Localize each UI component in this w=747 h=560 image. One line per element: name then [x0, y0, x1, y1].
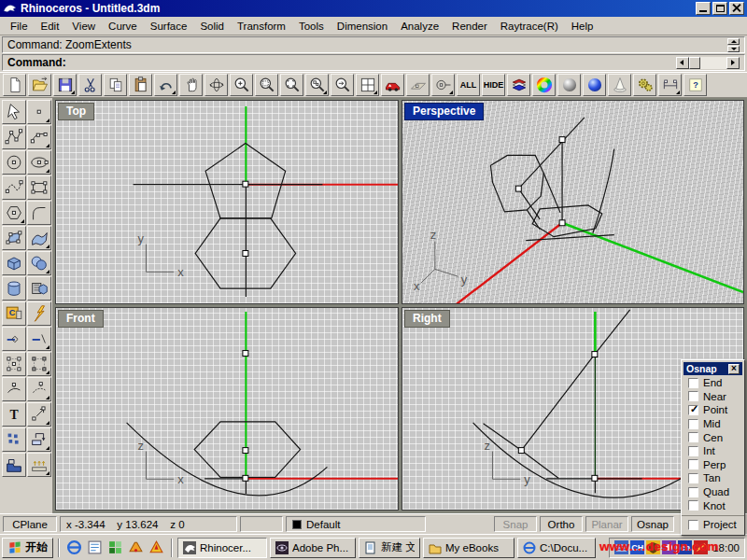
- zoom-all-button[interactable]: ALL: [457, 74, 480, 96]
- osnap-toggle[interactable]: Osnap: [631, 516, 674, 532]
- outlook-button[interactable]: [85, 538, 105, 557]
- fillet-curve-button[interactable]: [27, 201, 51, 225]
- osnap-quad-checkbox[interactable]: [688, 487, 698, 497]
- object-color-button[interactable]: [532, 74, 556, 96]
- close-button[interactable]: [729, 2, 744, 15]
- render-button[interactable]: [381, 74, 404, 96]
- box-button[interactable]: [2, 251, 26, 275]
- osnap-int-checkbox[interactable]: [688, 446, 698, 456]
- command-prompt-row[interactable]: Command:: [2, 54, 745, 71]
- osnap-close-button[interactable]: [728, 364, 740, 374]
- open-file-button[interactable]: [28, 74, 51, 96]
- single-point-button[interactable]: [27, 100, 51, 124]
- menu-item-curve[interactable]: Curve: [102, 19, 144, 34]
- layers-button[interactable]: [507, 74, 530, 96]
- paste-button[interactable]: [129, 74, 152, 96]
- winamp-button[interactable]: [147, 538, 166, 557]
- join-button[interactable]: [2, 453, 26, 477]
- interpolate-curve-button[interactable]: [2, 175, 26, 200]
- help-button[interactable]: ?: [684, 74, 707, 96]
- control-point-curve-button[interactable]: [2, 125, 26, 149]
- ellipse-button[interactable]: [27, 150, 51, 175]
- rotate-view-button[interactable]: [204, 74, 228, 96]
- menu-item-solid[interactable]: Solid: [193, 19, 231, 34]
- render-preview-button[interactable]: [406, 74, 430, 96]
- scroll-right-button[interactable]: [726, 57, 740, 69]
- zoom-extents-button[interactable]: [305, 74, 329, 96]
- menu-item-surface[interactable]: Surface: [144, 19, 194, 34]
- text-button[interactable]: T: [2, 402, 26, 427]
- osnap-panel-titlebar[interactable]: Osnap: [684, 362, 742, 375]
- menu-item-tools[interactable]: Tools: [292, 19, 331, 34]
- menu-item-help[interactable]: Help: [565, 19, 600, 34]
- copy-button[interactable]: [104, 74, 127, 96]
- viewport-perspective[interactable]: z x y Perspective: [402, 100, 744, 304]
- start-button[interactable]: 开始: [2, 538, 53, 558]
- edit-points-button[interactable]: [431, 74, 455, 96]
- menu-item-transform[interactable]: Transform: [231, 19, 292, 34]
- osnap-near-checkbox[interactable]: [688, 391, 698, 401]
- viewport-front[interactable]: z x Front: [55, 307, 399, 511]
- ch-language-tray-icon[interactable]: CH: [630, 540, 644, 554]
- menu-item-file[interactable]: File: [4, 19, 35, 34]
- command-history-row[interactable]: Command: ZoomExtents: [2, 36, 745, 53]
- group-button[interactable]: [2, 427, 26, 452]
- osnap-project-checkbox[interactable]: [688, 520, 698, 530]
- maximize-button[interactable]: [712, 2, 727, 15]
- spotlight-button[interactable]: [608, 74, 631, 96]
- task-photoshop-button[interactable]: Adobe Ph...: [270, 538, 356, 558]
- shaded-view-button[interactable]: [557, 74, 581, 96]
- cylinder-button[interactable]: [2, 276, 26, 301]
- viewport-top[interactable]: y x Top: [55, 100, 399, 304]
- explode-button[interactable]: [27, 301, 51, 326]
- rebuild-curve-button[interactable]: [27, 377, 51, 401]
- new-file-button[interactable]: [3, 74, 26, 96]
- snap-toggle[interactable]: Snap: [494, 516, 537, 532]
- media-player-button[interactable]: [126, 538, 146, 557]
- show-desktop-button[interactable]: [106, 538, 125, 557]
- messenger-tray-icon[interactable]: [662, 540, 676, 554]
- scroll-up-button[interactable]: [727, 38, 740, 45]
- osnap-end-checkbox[interactable]: [688, 378, 698, 388]
- cn-language-tray-icon[interactable]: cn: [678, 540, 692, 554]
- save-file-button[interactable]: [53, 74, 77, 96]
- rectangle-button[interactable]: [27, 175, 51, 200]
- block-button[interactable]: [27, 276, 51, 301]
- zoom-window-button[interactable]: [255, 74, 278, 96]
- ortho-toggle[interactable]: Ortho: [540, 516, 583, 532]
- osnap-tan-checkbox[interactable]: [688, 473, 698, 483]
- points-off-button[interactable]: [27, 352, 51, 376]
- cplane-button[interactable]: CPlane: [3, 516, 57, 532]
- osnap-mid-checkbox[interactable]: [688, 419, 698, 429]
- planar-toggle[interactable]: Planar: [585, 516, 628, 532]
- scrollbar-thumb[interactable]: [689, 57, 700, 69]
- rotate-button[interactable]: [27, 427, 51, 452]
- osnap-knot-checkbox[interactable]: [688, 500, 698, 511]
- layer-pane[interactable]: Default: [286, 516, 426, 532]
- task-rhino-button[interactable]: Rhinocer...: [177, 538, 267, 558]
- points-on-button[interactable]: [2, 352, 26, 376]
- task-ie-button[interactable]: C:\Docu...: [517, 538, 596, 558]
- osnap-cen-checkbox[interactable]: [688, 432, 698, 442]
- viewport-perspective-title[interactable]: Perspective: [404, 103, 484, 120]
- hide-objects-button[interactable]: HIDE: [482, 74, 505, 96]
- menu-item-view[interactable]: View: [65, 19, 102, 34]
- viewport-top-title[interactable]: Top: [58, 103, 94, 120]
- task-folder-button[interactable]: My eBooks: [423, 538, 514, 558]
- scroll-left-button[interactable]: [676, 57, 689, 69]
- menu-item-analyze[interactable]: Analyze: [394, 19, 445, 34]
- sphere-button[interactable]: [27, 251, 51, 275]
- menu-item-dimension[interactable]: Dimension: [331, 19, 394, 34]
- viewport-right-title[interactable]: Right: [404, 310, 450, 328]
- zoom-selected-button[interactable]: [280, 74, 303, 96]
- layer-state-button[interactable]: C: [2, 301, 26, 326]
- options-button[interactable]: [633, 74, 656, 96]
- extrude-button[interactable]: [27, 453, 51, 477]
- dimension-button[interactable]: [658, 74, 682, 96]
- zoom-dynamic-button[interactable]: [230, 74, 253, 96]
- circle-button[interactable]: [2, 150, 26, 175]
- polygon-button[interactable]: [2, 201, 26, 225]
- split-button[interactable]: [27, 327, 51, 351]
- scrollbar-track[interactable]: [700, 57, 726, 69]
- menu-item-raytracer[interactable]: Raytrace(R): [494, 19, 565, 34]
